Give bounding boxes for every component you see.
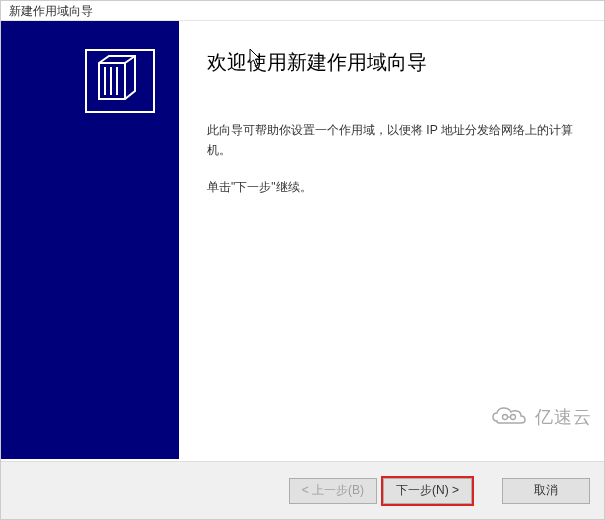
cursor-icon bbox=[249, 48, 263, 73]
svg-rect-0 bbox=[86, 50, 154, 112]
description-1: 此向导可帮助你设置一个作用域，以便将 IP 地址分发给网络上的计算机。 bbox=[207, 120, 576, 161]
back-button[interactable]: < 上一步(B) bbox=[289, 478, 377, 504]
svg-point-1 bbox=[503, 415, 508, 420]
window-title: 新建作用域向导 bbox=[9, 4, 93, 18]
folder-icon bbox=[85, 49, 155, 117]
svg-point-2 bbox=[511, 415, 516, 420]
next-button[interactable]: 下一步(N) > bbox=[383, 478, 472, 504]
watermark: 亿速云 bbox=[489, 403, 592, 431]
watermark-icon bbox=[489, 403, 529, 431]
page-title: 欢迎使用新建作用域向导 bbox=[207, 49, 576, 76]
main-panel: 欢迎使用新建作用域向导 此向导可帮助你设置一个作用域，以便将 IP 地址分发给网… bbox=[179, 21, 604, 459]
page-title-text: 欢迎使用新建作用域向导 bbox=[207, 51, 427, 73]
cancel-button[interactable]: 取消 bbox=[502, 478, 590, 504]
watermark-text: 亿速云 bbox=[535, 405, 592, 429]
content-area: 欢迎使用新建作用域向导 此向导可帮助你设置一个作用域，以便将 IP 地址分发给网… bbox=[1, 21, 604, 459]
description-2: 单击"下一步"继续。 bbox=[207, 177, 576, 197]
wizard-sidebar bbox=[1, 21, 179, 459]
button-bar: < 上一步(B) 下一步(N) > 取消 bbox=[1, 461, 604, 519]
wizard-window: 新建作用域向导 欢迎使用新建作用域向导 bbox=[0, 0, 605, 520]
title-bar: 新建作用域向导 bbox=[1, 1, 604, 21]
